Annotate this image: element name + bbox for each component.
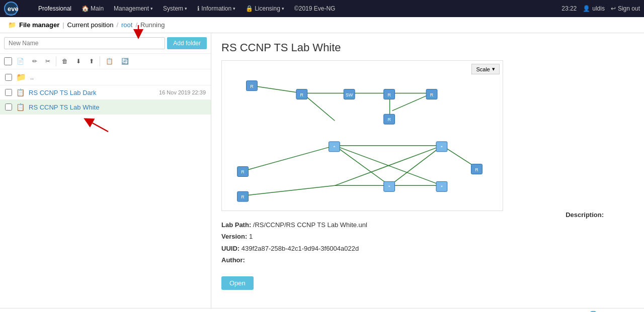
copy-button[interactable]: 📋 — [102, 56, 117, 67]
user-menu[interactable]: 👤 uldis — [583, 5, 605, 12]
nav-management[interactable]: Management ▾ — [110, 3, 157, 14]
svg-text:R: R — [387, 117, 391, 122]
author-label: Author: — [221, 256, 245, 264]
version-row: Version: 1 — [221, 231, 634, 242]
lab-path-label: Lab Path: — [221, 221, 251, 229]
svg-text:*: * — [333, 144, 335, 150]
breadcrumb-root[interactable]: root — [121, 21, 132, 29]
home-icon: 🏠 — [82, 5, 89, 12]
new-folder-input[interactable] — [4, 37, 165, 49]
version-value: 1 — [249, 233, 253, 240]
lab-white-icon: 📋 — [16, 103, 25, 111]
nav-information[interactable]: ℹ Information ▾ — [193, 3, 239, 14]
open-button[interactable]: Open — [221, 276, 254, 290]
author-row: Author: — [221, 254, 634, 266]
right-panel: RS CCNP TS Lab White Scale ▾ — [211, 33, 644, 308]
folder-up-label: .. — [30, 73, 34, 81]
folder-input-row: Add folder — [0, 33, 211, 54]
svg-text:*: * — [388, 184, 390, 189]
svg-line-15 — [390, 146, 442, 185]
svg-text:NETWORK: NETWORK — [6, 13, 16, 16]
folder-up-item[interactable]: 📁 .. — [0, 69, 211, 85]
svg-text:*: * — [441, 144, 443, 150]
toolbar-separator-1 — [56, 56, 56, 66]
svg-text:R: R — [250, 84, 254, 89]
signout-label: Sign out — [618, 5, 640, 12]
lock-icon: 🔒 — [246, 5, 253, 12]
refresh-button[interactable]: 🔄 — [118, 56, 132, 67]
scale-control[interactable]: Scale ▾ — [471, 64, 500, 74]
main-content: Add folder 📄 ✏ ✂ 🗑 ⬇ ⬆ 📋 🔄 📁 .. — [0, 33, 644, 308]
footer: 🌐 EmulatedLab — [0, 308, 644, 312]
edit-button[interactable]: ✏ — [29, 56, 41, 67]
topology-diagram: Scale ▾ — [221, 60, 503, 211]
cut-button[interactable]: ✂ — [42, 56, 54, 67]
brand-logo: eve NETWORK — [4, 2, 28, 16]
svg-line-14 — [335, 146, 389, 185]
nav-edition: Professional — [34, 3, 75, 14]
licensing-label: Licensing — [255, 5, 280, 12]
svg-text:R: R — [300, 92, 304, 97]
lab-dark-name[interactable]: RS CCNP TS Lab Dark — [29, 89, 155, 96]
list-item[interactable]: 📋 RS CCNP TS Lab White — [0, 100, 211, 115]
info-icon: ℹ — [197, 5, 200, 12]
topology-svg: R R SW R R — [222, 61, 503, 211]
svg-text:R: R — [387, 92, 391, 97]
lab-preview-title: RS CCNP TS Lab White — [221, 41, 634, 54]
navbar: eve NETWORK Professional 🏠 Main Manageme… — [0, 0, 644, 17]
svg-text:R: R — [241, 169, 245, 174]
page-title: File manager — [19, 21, 59, 29]
left-panel: Add folder 📄 ✏ ✂ 🗑 ⬇ ⬆ 📋 🔄 📁 .. — [0, 33, 211, 308]
description-label: Description: — [566, 209, 604, 221]
new-file-button[interactable]: 📄 — [13, 56, 28, 67]
file-toolbar: 📄 ✏ ✂ 🗑 ⬇ ⬆ 📋 🔄 — [0, 54, 211, 69]
nav-licensing[interactable]: 🔒 Licensing ▾ — [242, 3, 288, 14]
signout-button[interactable]: ↩ Sign out — [611, 5, 640, 12]
uuid-row: UUID: 439f2a87-258b-42c1-9d94-3f6004a022… — [221, 243, 634, 254]
signout-icon: ↩ — [611, 5, 616, 12]
delete-button[interactable]: 🗑 — [58, 56, 71, 67]
svg-line-17 — [245, 185, 335, 195]
upload-button[interactable]: ⬆ — [86, 56, 98, 67]
preview-area: RS CCNP TS Lab White Scale ▾ — [211, 33, 644, 308]
lab-path-value: /RS/CCNP/RS CCNP TS Lab White.unl — [253, 221, 367, 229]
add-folder-button[interactable]: Add folder — [167, 37, 207, 49]
lab-dark-icon: 📋 — [16, 88, 25, 96]
select-all-checkbox[interactable] — [4, 57, 12, 65]
folder-up-checkbox[interactable] — [5, 74, 12, 81]
svg-text:R: R — [475, 167, 478, 172]
open-button-row: Open — [221, 271, 634, 290]
svg-text:SW: SW — [346, 92, 353, 97]
file-list: 📁 .. 📋 RS CCNP TS Lab Dark 16 Nov 2019 2… — [0, 69, 211, 308]
current-position-label: Current position — [67, 21, 114, 29]
system-label: System — [163, 5, 183, 12]
management-label: Management — [114, 5, 149, 12]
uuid-label: UUID: — [221, 245, 239, 252]
list-item[interactable]: 📋 RS CCNP TS Lab Dark 16 Nov 2019 22:39 — [0, 85, 211, 100]
lab-white-name[interactable]: RS CCNP TS Lab White — [29, 103, 202, 111]
svg-line-16 — [245, 146, 335, 171]
licensing-caret: ▾ — [282, 6, 284, 11]
nav-system[interactable]: System ▾ — [159, 3, 191, 14]
scale-label: Scale — [476, 66, 490, 72]
version-label: Version: — [221, 233, 247, 240]
sep3: / — [135, 21, 137, 29]
download-button[interactable]: ⬇ — [72, 56, 85, 67]
lab-dark-checkbox[interactable] — [5, 89, 12, 96]
lab-path-row: Lab Path: /RS/CCNP/RS CCNP TS Lab White.… — [221, 219, 634, 231]
svg-text:R: R — [430, 92, 434, 97]
scale-caret: ▾ — [492, 66, 495, 72]
svg-line-3 — [252, 86, 302, 93]
navbar-right: 23:22 👤 uldis ↩ Sign out — [561, 5, 640, 12]
nav-main[interactable]: 🏠 Main — [77, 3, 108, 14]
breadcrumb-running: Running — [140, 21, 165, 29]
file-manager-icon: 📁 — [8, 21, 16, 29]
sep2: / — [116, 21, 118, 29]
info-caret: ▾ — [233, 6, 235, 11]
username: uldis — [592, 5, 605, 12]
lab-info: Lab Path: /RS/CCNP/RS CCNP TS Lab White.… — [221, 219, 634, 290]
nav-copyright: ©2019 Eve-NG — [290, 3, 340, 14]
lab-white-checkbox[interactable] — [5, 103, 12, 111]
sep1: | — [62, 21, 64, 29]
svg-text:*: * — [441, 184, 443, 189]
